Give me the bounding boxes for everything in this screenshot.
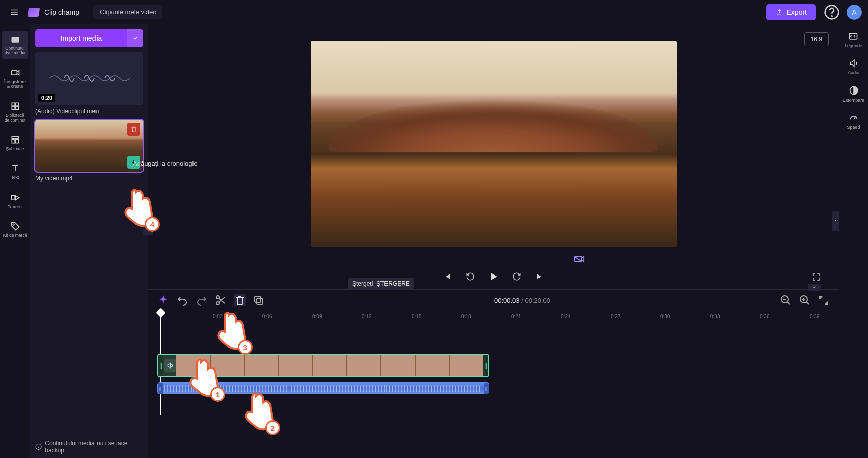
rail-label: Text [11, 175, 19, 180]
rail-brand-kit[interactable]: Kit de marcă [2, 218, 28, 241]
aspect-ratio-button[interactable]: 16:9 [804, 32, 829, 46]
zoom-in-button[interactable] [799, 294, 811, 306]
forward-button[interactable] [510, 270, 523, 283]
backup-notice: Conținutului media nu i se face backup [35, 440, 143, 454]
media-item-video[interactable]: My video.mp4 [35, 120, 143, 182]
rail-label: Bibliotecă de conținut [3, 113, 27, 123]
timeline-ruler[interactable]: 0:030:060:090:120:150:180:210:240:270:30… [148, 311, 839, 324]
left-rail: Conținutul dvs. media Înregistrare & cre… [0, 24, 30, 458]
chevron-down-icon [132, 35, 138, 41]
add-to-timeline-tooltip: Adăugați la cronologie [133, 160, 198, 167]
right-rail-label: Speed [847, 125, 860, 130]
svg-rect-6 [11, 71, 17, 75]
collapse-right-rail[interactable] [832, 211, 839, 231]
play-button[interactable] [487, 270, 500, 283]
collapse-arrows-icon [818, 294, 830, 306]
ruler-tick: 0:12 [362, 314, 371, 319]
avatar[interactable]: A [847, 5, 862, 20]
clip-thumbstrip [176, 355, 483, 376]
right-rail-captions[interactable]: Legende [845, 31, 862, 48]
ruler-tick: 0:18 [461, 314, 471, 319]
right-rail-fade[interactable]: Estompare [843, 85, 865, 103]
redo-icon [196, 294, 208, 306]
media-name: My video.mp4 [35, 175, 143, 182]
ai-remove-button[interactable] [571, 252, 587, 267]
export-button[interactable]: Export [766, 4, 816, 20]
rail-label: Conținutul dvs. media [3, 46, 27, 56]
right-rail-audio[interactable]: Audio [848, 58, 859, 75]
delete-clip-button[interactable] [234, 294, 246, 306]
rewind-button[interactable] [464, 270, 477, 283]
rail-transitions[interactable]: Tranziții [2, 190, 28, 212]
right-rail-label: Estompare [843, 98, 865, 103]
help-button[interactable] [824, 4, 840, 20]
svg-rect-14 [11, 196, 15, 200]
skip-forward-icon [535, 272, 544, 281]
svg-rect-13 [15, 139, 18, 143]
clip-handle-left[interactable]: || [158, 383, 163, 394]
upload-icon [776, 9, 783, 16]
svg-rect-20 [255, 296, 261, 302]
svg-rect-12 [12, 139, 15, 143]
clip-handle-left[interactable]: || [158, 355, 163, 376]
zoom-out-button[interactable] [780, 294, 792, 306]
duplicate-button[interactable] [253, 294, 265, 306]
skip-forward-button[interactable] [533, 270, 546, 283]
fade-icon [849, 85, 859, 96]
rail-your-media[interactable]: Conținutul dvs. media [2, 31, 28, 59]
rail-record-create[interactable]: Înregistrare & create [2, 65, 28, 93]
speedometer-icon [849, 113, 859, 123]
redo-button[interactable] [196, 294, 208, 306]
import-media-button[interactable]: Import media [35, 29, 127, 47]
media-panel: Import media 0:20 (Audio) Videoclipul me… [30, 24, 148, 458]
rail-content-library[interactable]: Bibliotecă de conținut [2, 98, 28, 126]
clip-handle-right[interactable]: || [484, 383, 489, 394]
ruler-tick: 0:39 [810, 314, 819, 319]
audio-clip[interactable]: || || [157, 382, 489, 394]
fullscreen-button[interactable] [812, 272, 821, 283]
chevron-left-icon [833, 219, 837, 224]
audio-track: || || [157, 382, 830, 394]
trash-icon [234, 294, 246, 306]
ruler-tick: 0:21 [511, 314, 521, 319]
right-rail-speed[interactable]: Speed [847, 113, 860, 130]
transport-controls [441, 270, 546, 283]
rail-label: Tranziții [8, 205, 22, 209]
tag-icon [10, 221, 20, 231]
svg-rect-7 [12, 103, 15, 106]
play-icon [489, 271, 499, 282]
undo-button[interactable] [176, 294, 188, 306]
video-clip[interactable]: || || [157, 354, 489, 377]
media-item-audio[interactable]: 0:20 (Audio) Videoclipul meu [35, 52, 143, 115]
right-rail-label: Legende [845, 43, 862, 48]
sparkle-icon [157, 294, 169, 306]
forward-icon [512, 272, 521, 281]
app-logo [28, 8, 40, 17]
media-name: (Audio) Videoclipul meu [35, 108, 143, 115]
ruler-tick: 0:30 [660, 314, 670, 319]
rail-label: Kit de marcă [3, 233, 27, 238]
svg-rect-11 [12, 136, 18, 138]
scissors-icon [215, 294, 227, 306]
rail-templates[interactable]: Șabloane [2, 132, 28, 154]
ruler-tick: 0:33 [710, 314, 720, 319]
topbar: Clip champ Clipurile mele video Export A [0, 0, 868, 24]
split-button[interactable] [215, 294, 227, 306]
rewind-icon [466, 272, 475, 281]
project-title[interactable]: Clipurile mele video [93, 5, 162, 19]
delete-media-button[interactable] [127, 123, 140, 136]
preview-canvas[interactable] [311, 41, 677, 247]
ai-sparkle-button[interactable] [157, 294, 169, 306]
skip-back-button[interactable] [441, 270, 454, 283]
clip-mute-button[interactable] [164, 359, 176, 372]
menu-button[interactable] [6, 4, 22, 20]
zoom-out-icon [780, 294, 792, 306]
clip-handle-right[interactable]: || [483, 355, 488, 376]
ruler-tick: 0:36 [760, 314, 769, 319]
app-name: Clip champ [44, 8, 79, 16]
export-label: Export [787, 8, 807, 16]
sparkle-remove-icon [573, 254, 585, 265]
fit-timeline-button[interactable] [818, 294, 830, 306]
import-media-dropdown[interactable] [127, 29, 143, 47]
rail-text[interactable]: Text [2, 160, 28, 183]
